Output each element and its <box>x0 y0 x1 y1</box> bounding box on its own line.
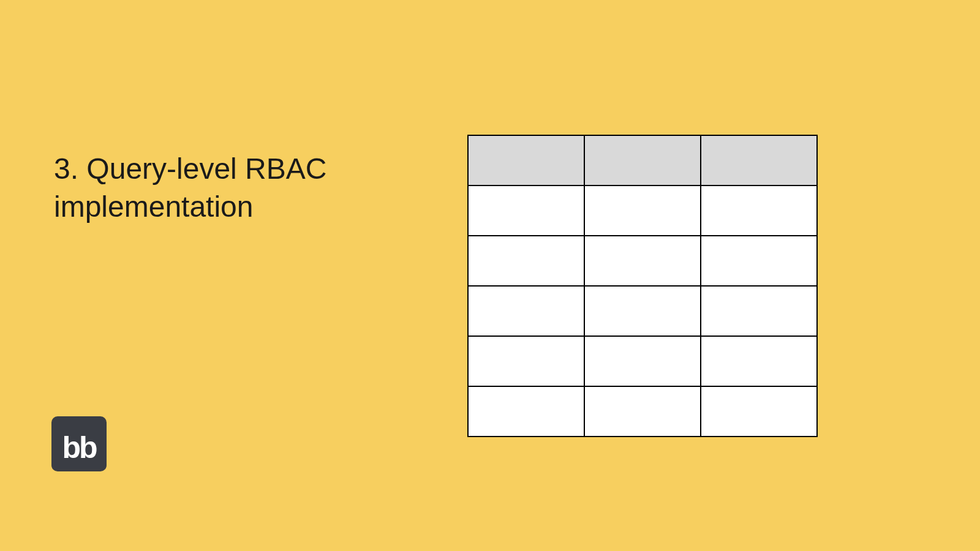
table-cell <box>701 286 817 336</box>
table-header-cell <box>701 135 817 186</box>
slide-title: 3. Query-level RBAC implementation <box>54 150 397 227</box>
table-header-cell <box>584 135 701 186</box>
table-cell <box>701 336 817 386</box>
table-cell <box>468 386 584 437</box>
table-cell <box>468 336 584 386</box>
table-cell <box>584 286 701 336</box>
table-cell <box>468 286 584 336</box>
table-cell <box>584 236 701 286</box>
table-cell <box>701 386 817 437</box>
table-header-cell <box>468 135 584 186</box>
illustration-table <box>467 135 818 437</box>
table-row <box>468 186 817 236</box>
table-row <box>468 286 817 336</box>
table-cell <box>701 236 817 286</box>
table-cell <box>701 186 817 236</box>
table-row <box>468 336 817 386</box>
table-cell <box>584 186 701 236</box>
table-cell <box>584 336 701 386</box>
table-cell <box>468 236 584 286</box>
brand-logo: bb <box>51 416 107 471</box>
table-cell <box>584 386 701 437</box>
brand-logo-text: bb <box>62 432 96 463</box>
table-header-row <box>468 135 817 186</box>
table-row <box>468 236 817 286</box>
table-row <box>468 386 817 437</box>
table-cell <box>468 186 584 236</box>
